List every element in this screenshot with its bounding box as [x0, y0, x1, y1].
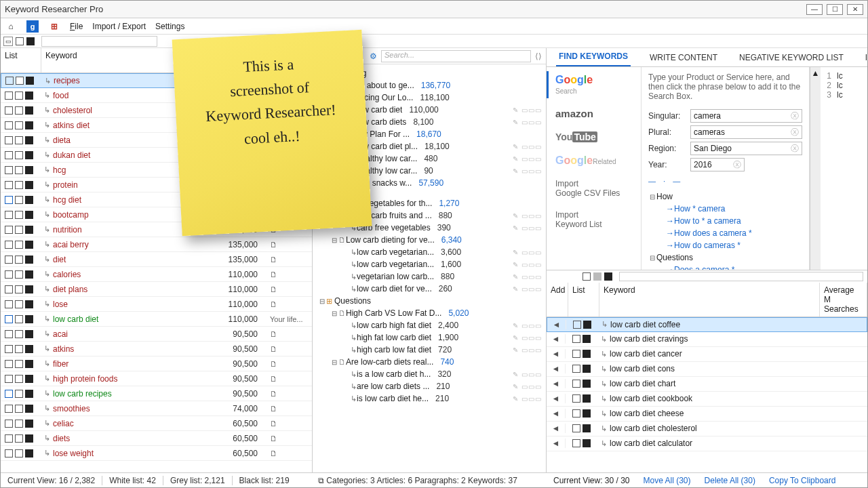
black-box-icon[interactable] — [25, 256, 33, 264]
black-box-icon[interactable] — [25, 121, 33, 129]
grey-box-icon[interactable] — [15, 390, 23, 398]
add-button[interactable]: ◄ — [547, 379, 566, 388]
col-list[interactable]: List — [1, 48, 41, 73]
black-box-icon[interactable] — [25, 166, 33, 174]
plural-input[interactable]: camerasⓧ — [690, 125, 802, 139]
keyword-row[interactable]: ↳low carb recipes90,500🗋 — [1, 386, 312, 401]
add-button[interactable]: ◄ — [547, 439, 566, 448]
rl-black-icon[interactable] — [604, 272, 612, 281]
black-box-icon[interactable] — [25, 434, 33, 443]
row-actions[interactable]: ✎ ▭▭▭ — [513, 224, 545, 232]
save-icon[interactable]: ⊞ — [48, 20, 60, 33]
grey-box-icon[interactable] — [15, 211, 23, 219]
tree-collapse-icon[interactable]: ⟨⟩ — [535, 52, 542, 61]
white-checkbox[interactable] — [5, 136, 13, 144]
white-checkbox[interactable] — [5, 270, 13, 279]
expander-icon[interactable]: ⊟ — [318, 298, 326, 305]
keyword-row[interactable]: ↳acai berry135,000🗋 — [1, 237, 312, 252]
black-box-icon[interactable] — [583, 439, 591, 447]
white-checkbox[interactable] — [573, 321, 581, 329]
menu-settings[interactable]: Settings — [155, 22, 184, 31]
grey-box-icon[interactable] — [15, 315, 23, 323]
keyword-row[interactable]: ↳lose110,000🗋 — [1, 297, 312, 312]
add-button[interactable]: ◄ — [547, 364, 566, 373]
row-actions[interactable]: ✎ ▭▭▭ — [513, 285, 545, 293]
tab-write-content[interactable]: WRITE CONTENT — [647, 49, 720, 66]
white-checkbox[interactable] — [5, 181, 13, 189]
black-box-icon[interactable] — [25, 315, 33, 323]
add-button[interactable]: ◄ — [547, 424, 566, 433]
row-actions[interactable]: ✎ ▭▭▭ — [513, 119, 545, 126]
grey-box-icon[interactable] — [15, 106, 23, 115]
keyword-row[interactable]: ↳smoothies74,000🗋 — [1, 401, 312, 416]
black-box-icon[interactable] — [26, 77, 34, 85]
black-box-icon[interactable] — [25, 360, 33, 368]
tab-find-keywords[interactable]: FIND KEYWORDS — [556, 48, 631, 66]
add-button[interactable]: ◄ — [547, 349, 566, 359]
rl-col-add[interactable]: Add — [547, 283, 568, 317]
white-checkbox[interactable] — [5, 226, 13, 234]
keyword-row[interactable]: ↳fiber90,500🗋 — [1, 357, 312, 371]
tree-row[interactable]: ↳ are low carb diets ...210✎ ▭▭▭ — [314, 380, 545, 392]
white-checkbox[interactable] — [572, 380, 580, 388]
grey-box-icon[interactable] — [15, 151, 23, 159]
grey-box-icon[interactable] — [15, 345, 23, 353]
grey-box-icon[interactable] — [15, 285, 23, 293]
singular-input[interactable]: cameraⓧ — [690, 109, 802, 123]
tree-row[interactable]: ↳ vegetarian low carb...880✎ ▭▭▭ — [314, 270, 545, 283]
result-row[interactable]: ◄↳low carb diet cons — [547, 362, 867, 377]
row-actions[interactable]: ✎ ▭▭▭ — [513, 167, 545, 175]
tree-row[interactable]: ↳ is a low carb diet h...320✎ ▭▭▭ — [314, 368, 545, 380]
black-box-icon[interactable] — [25, 405, 33, 413]
black-box-icon[interactable] — [583, 380, 591, 388]
row-actions[interactable]: ✎ ▭▭▭ — [513, 383, 545, 390]
black-box-icon[interactable] — [25, 106, 33, 115]
keyword-row[interactable]: ↳lose weight60,500🗋 — [1, 446, 312, 461]
source-google-related[interactable]: GoogleRelated — [547, 152, 641, 169]
result-row[interactable]: ◄↳low carb diet cancer — [547, 347, 867, 362]
black-box-icon[interactable] — [25, 390, 33, 398]
rl-col-avg[interactable]: Average MSearches — [820, 283, 867, 317]
white-checkbox[interactable] — [572, 365, 580, 373]
white-checkbox[interactable] — [5, 92, 13, 100]
result-row[interactable]: ◄↳low carb diet coffee — [547, 317, 867, 332]
black-box-icon[interactable] — [25, 300, 33, 308]
tree-row[interactable]: ⊟⊞ Questions — [314, 295, 545, 307]
black-box-icon[interactable] — [583, 424, 591, 432]
rl-col-keyword[interactable]: Keyword — [599, 283, 820, 317]
black-box-icon[interactable] — [25, 330, 33, 338]
grey-box-icon[interactable] — [15, 136, 23, 144]
grey-box-icon[interactable] — [15, 330, 23, 338]
move-all-link[interactable]: Move All (30) — [644, 476, 691, 485]
add-button[interactable]: ◄ — [547, 409, 566, 418]
white-checkbox[interactable] — [5, 300, 13, 308]
white-checkbox[interactable] — [572, 424, 580, 432]
result-row[interactable]: ◄↳low carb diet cholesterol — [547, 422, 867, 436]
clear-icon[interactable]: ⓧ — [791, 143, 799, 155]
qtree-link[interactable]: How do cameras * — [674, 241, 741, 250]
row-actions[interactable]: ✎ ▭▭▭ — [513, 395, 545, 403]
maximize-button[interactable]: ☐ — [827, 4, 843, 15]
white-checkbox[interactable] — [5, 420, 13, 428]
grey-box-icon[interactable] — [15, 270, 23, 279]
black-box-icon[interactable] — [25, 226, 33, 234]
filter-black-icon[interactable] — [26, 37, 35, 45]
left-filter-input[interactable] — [41, 36, 157, 47]
white-checkbox[interactable] — [5, 285, 13, 293]
expander-icon[interactable]: ⊟ — [330, 359, 338, 366]
white-checkbox[interactable] — [5, 360, 13, 368]
black-box-icon[interactable] — [25, 270, 33, 279]
grey-box-icon[interactable] — [15, 405, 23, 413]
white-checkbox[interactable] — [5, 151, 13, 159]
clear-icon[interactable]: ⓧ — [791, 110, 799, 122]
white-checkbox[interactable] — [572, 335, 580, 343]
scrollbar[interactable]: ▲ — [810, 67, 821, 270]
google-icon[interactable]: g — [26, 20, 39, 33]
keyword-row[interactable]: ↳high protein foods90,500🗋 — [1, 371, 312, 386]
filter-all-icon[interactable]: ▭ — [3, 37, 13, 46]
keyword-row[interactable]: ↳low carb diet110,000Your life... — [1, 312, 312, 327]
rl-filter-input[interactable] — [619, 272, 863, 281]
clear-icon[interactable]: ⓧ — [791, 127, 799, 138]
result-row[interactable]: ◄↳low carb diet cookbook — [547, 392, 867, 407]
grey-box-icon[interactable] — [15, 196, 23, 204]
